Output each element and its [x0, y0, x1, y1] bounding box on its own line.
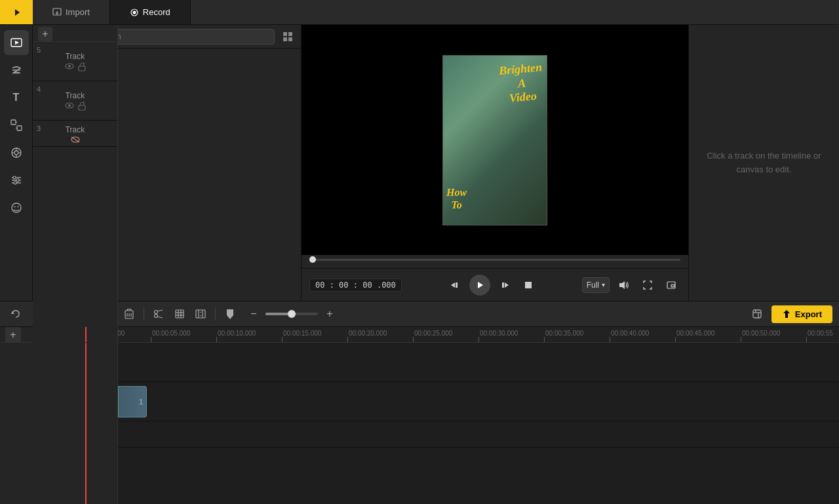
scissors-button[interactable] — [149, 305, 168, 323]
edit-hint: Click a track on the timeline or canvas … — [689, 136, 839, 190]
export-button[interactable]: Export — [771, 305, 832, 323]
sidebar-item-filters[interactable] — [4, 168, 29, 193]
sidebar-item-transitions[interactable] — [4, 113, 29, 138]
sidebar-item-audio[interactable] — [4, 58, 29, 83]
ruler-mark: 00:00:25.000 — [413, 330, 478, 342]
add-track-button[interactable]: + — [5, 327, 21, 343]
progress-thumb[interactable] — [309, 256, 316, 263]
export-icon — [782, 309, 791, 319]
grid-icon — [283, 31, 293, 42]
sidebar-item-stickers[interactable] — [4, 195, 29, 220]
cut-button[interactable] — [78, 305, 96, 323]
track-5-num: 5 — [37, 46, 41, 54]
zoom-in-button[interactable]: + — [321, 305, 339, 323]
filter-label: All (1) — [44, 32, 64, 41]
ruler-mark: 00:00:45.000 — [675, 330, 741, 342]
volume-button[interactable] — [615, 276, 633, 294]
track-3-num: 3 — [37, 125, 41, 132]
preview-right-row: BrightenAVideo HowTo 00 : 00 : 00 .000 — [302, 25, 839, 301]
track-4-lock-icon[interactable] — [78, 102, 86, 113]
track-5-content[interactable] — [85, 343, 839, 381]
track-5-lock-icon[interactable] — [78, 62, 86, 73]
rewind-button[interactable] — [446, 276, 464, 294]
track-labels-header: + — [0, 327, 85, 504]
forward-button[interactable] — [496, 276, 514, 294]
text-icon: T — [13, 92, 20, 104]
quality-dropdown[interactable]: Full ▾ — [582, 277, 610, 293]
svg-line-30 — [90, 37, 92, 39]
clip-block[interactable]: Fx 1 — [88, 386, 147, 417]
fullscreen-button[interactable] — [638, 276, 657, 294]
undo-button[interactable] — [7, 305, 25, 323]
svg-point-29 — [87, 33, 92, 38]
zoom-thumb[interactable] — [288, 310, 296, 318]
ruler-mark: 00:00:15.000 — [282, 330, 347, 342]
timeline-area: + 00:00:00.000 00:00:05.000 00:00:10.000… — [0, 327, 839, 504]
fx-badge: Fx — [90, 388, 102, 397]
svg-marker-73 — [200, 315, 201, 317]
track-3-eye-icon[interactable] — [71, 136, 80, 145]
main-content: T — [0, 25, 839, 301]
progress-bar-row[interactable] — [309, 255, 680, 264]
ruler-mark: 00:00:20.000 — [347, 330, 413, 342]
extend-icon — [195, 309, 206, 319]
record-label: Record — [143, 7, 170, 17]
tab-import[interactable]: Import — [33, 0, 110, 24]
search-input[interactable] — [96, 32, 270, 41]
svg-rect-42 — [525, 282, 532, 288]
record-icon — [130, 8, 139, 17]
track-labels-area — [0, 343, 85, 504]
timeline-right-controls: Export — [748, 305, 832, 323]
play-icon — [476, 281, 484, 289]
stop-button[interactable] — [519, 276, 537, 294]
zoom-out-button[interactable]: − — [244, 305, 263, 323]
sidebar-item-text[interactable]: T — [4, 85, 29, 110]
svg-rect-82 — [79, 66, 85, 71]
trim-button[interactable] — [170, 305, 189, 323]
fullscreen-icon — [643, 281, 652, 290]
timeline-scroll-area: 00:00:00.000 00:00:05.000 00:00:10.000 0… — [85, 327, 839, 504]
svg-rect-38 — [456, 282, 458, 288]
logo-icon — [9, 5, 24, 20]
sidebar-item-media[interactable] — [4, 30, 29, 55]
ruler-mark: 00:00:00.000 — [85, 330, 151, 342]
preview-controls: 00 : 00 : 00 .000 — [302, 268, 688, 301]
preview-area: BrightenAVideo HowTo 00 : 00 : 00 .000 — [302, 25, 688, 301]
ruler-mark: 00:00:55 — [806, 330, 839, 342]
zoom-slider[interactable] — [265, 313, 318, 315]
track-5-eye-icon[interactable] — [65, 62, 74, 73]
paste-button[interactable] — [99, 305, 117, 323]
svg-point-15 — [14, 151, 18, 155]
track-4-eye-icon[interactable] — [65, 102, 74, 113]
preview-canvas[interactable]: BrightenAVideo HowTo — [302, 25, 688, 255]
grid-toggle[interactable] — [280, 29, 296, 45]
tracks-container: Fx 1 — [85, 343, 839, 504]
copy-button[interactable] — [57, 305, 75, 323]
pip-button[interactable] — [662, 276, 680, 294]
svg-marker-72 — [200, 311, 201, 313]
settings-button[interactable] — [748, 305, 766, 323]
rewind-icon — [450, 281, 459, 290]
sidebar-item-effects[interactable] — [4, 140, 29, 165]
center-right-area: BrightenAVideo HowTo 00 : 00 : 00 .000 — [302, 25, 839, 301]
play-button[interactable] — [469, 275, 490, 296]
extend-button[interactable] — [191, 305, 210, 323]
media-icon — [10, 37, 22, 48]
svg-point-28 — [17, 206, 18, 208]
search-icon — [86, 33, 93, 41]
video-frame: BrightenAVideo HowTo — [442, 55, 547, 225]
paste-icon — [104, 309, 113, 319]
tab-record[interactable]: Record — [110, 0, 191, 24]
track-4-content[interactable]: Fx 1 — [85, 382, 839, 421]
redo-button[interactable] — [28, 305, 46, 323]
delete-button[interactable] — [120, 305, 138, 323]
svg-rect-52 — [106, 310, 110, 312]
svg-marker-74 — [227, 309, 233, 319]
delete-icon — [125, 309, 134, 319]
marker-button[interactable] — [221, 305, 239, 323]
track-3-content[interactable] — [85, 421, 839, 447]
svg-point-27 — [14, 206, 15, 208]
svg-marker-79 — [783, 310, 790, 318]
track-label-4: 4 Track — [33, 81, 117, 121]
top-bar-tabs: Import Record — [33, 0, 839, 24]
